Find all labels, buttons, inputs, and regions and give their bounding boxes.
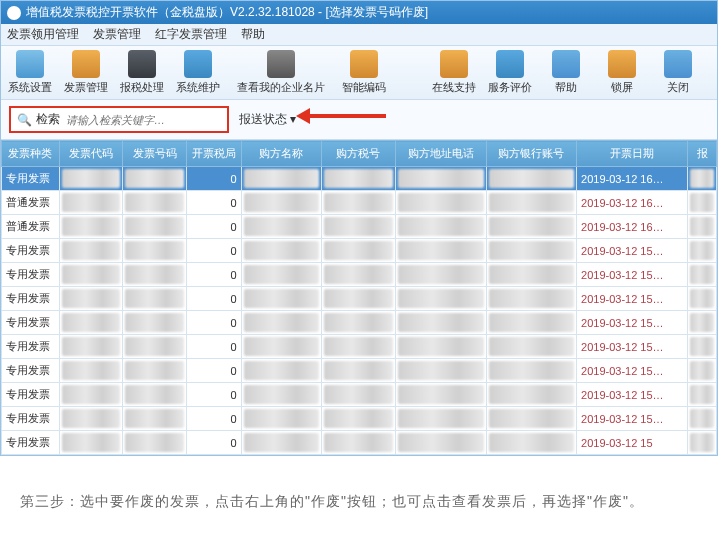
cell-redacted [123,263,187,287]
cell-redacted [486,359,577,383]
cell-type: 专用发票 [2,311,60,335]
cell-redacted [321,359,395,383]
toolbar-报税处理[interactable]: 报税处理 [119,50,165,95]
search-input[interactable] [66,114,196,126]
cell-redacted [241,431,321,455]
cell-redacted [395,407,486,431]
table-row[interactable]: 专用发票 0 2019-03-12 15… [2,383,717,407]
table-row[interactable]: 专用发票 0 2019-03-12 15 [2,431,717,455]
toolbar-系统设置[interactable]: 系统设置 [7,50,53,95]
invoice-table[interactable]: 发票种类发票代码发票号码开票税局购方名称购方税号购方地址电话购方银行账号开票日期… [1,140,717,455]
cell-redacted [241,383,321,407]
menu-发票管理[interactable]: 发票管理 [93,27,141,41]
cell-redacted [321,335,395,359]
annotation-arrow [296,108,386,124]
search-box[interactable]: 🔍 检索 [9,106,229,133]
cell-redacted [321,215,395,239]
cell-redacted [59,383,123,407]
cell-redacted [59,431,123,455]
cell-redacted [123,311,187,335]
cell-date: 2019-03-12 15… [577,311,688,335]
menu-红字发票管理[interactable]: 红字发票管理 [155,27,227,41]
report-status-label[interactable]: 报送状态 ▾ [239,111,296,128]
cell-redacted [688,407,717,431]
table-row[interactable]: 专用发票 0 2019-03-12 15… [2,239,717,263]
table-row[interactable]: 专用发票 0 2019-03-12 15… [2,311,717,335]
cell-date: 2019-03-12 15… [577,287,688,311]
toolbar-label: 锁屏 [611,80,633,95]
cell-tax: 0 [187,431,242,455]
file-icon [72,50,100,78]
cell-redacted [486,431,577,455]
col-开票税局[interactable]: 开票税局 [187,141,242,167]
cell-redacted [395,215,486,239]
cell-type: 专用发票 [2,359,60,383]
cell-type: 普通发票 [2,191,60,215]
cell-tax: 0 [187,239,242,263]
menu-帮助[interactable]: 帮助 [241,27,265,41]
search-bar: 🔍 检索 报送状态 ▾ [1,100,717,140]
col-购方地址电话[interactable]: 购方地址电话 [395,141,486,167]
cell-redacted [241,215,321,239]
toolbar-在线支持[interactable]: 在线支持 [431,50,477,95]
cell-type: 专用发票 [2,383,60,407]
cell-redacted [688,383,717,407]
mag-icon [267,50,295,78]
toolbar-智能编码[interactable]: 智能编码 [341,50,387,95]
table-row[interactable]: 普通发票 0 2019-03-12 16… [2,191,717,215]
toolbar-服务评价[interactable]: 服务评价 [487,50,533,95]
col-报[interactable]: 报 [688,141,717,167]
table-header-row: 发票种类发票代码发票号码开票税局购方名称购方税号购方地址电话购方银行账号开票日期… [2,141,717,167]
cell-redacted [395,167,486,191]
col-发票代码[interactable]: 发票代码 [59,141,123,167]
cell-redacted [59,239,123,263]
cell-date: 2019-03-12 16… [577,191,688,215]
cell-redacted [321,191,395,215]
col-开票日期[interactable]: 开票日期 [577,141,688,167]
col-发票号码[interactable]: 发票号码 [123,141,187,167]
cell-tax: 0 [187,359,242,383]
cell-date: 2019-03-12 16… [577,167,688,191]
cell-redacted [321,311,395,335]
toolbar-label: 报税处理 [120,80,164,95]
table-row[interactable]: 专用发票 0 2019-03-12 15… [2,287,717,311]
toolbar-系统维护[interactable]: 系统维护 [175,50,221,95]
table-row[interactable]: 专用发票 0 2019-03-12 15… [2,335,717,359]
col-购方名称[interactable]: 购方名称 [241,141,321,167]
cell-redacted [486,167,577,191]
toolbar-查看我的企业名片[interactable]: 查看我的企业名片 [231,50,331,95]
cell-tax: 0 [187,407,242,431]
col-发票种类[interactable]: 发票种类 [2,141,60,167]
toolbar-帮助[interactable]: 帮助 [543,50,589,95]
cell-redacted [395,311,486,335]
cell-redacted [486,239,577,263]
cell-redacted [486,215,577,239]
cell-redacted [59,335,123,359]
cell-type: 普通发票 [2,215,60,239]
cell-redacted [321,287,395,311]
help-icon [552,50,580,78]
toolbar-锁屏[interactable]: 锁屏 [599,50,645,95]
cell-redacted [395,359,486,383]
toolbar: 系统设置发票管理报税处理系统维护查看我的企业名片智能编码在线支持服务评价帮助锁屏… [1,46,717,100]
table-row[interactable]: 专用发票 0 2019-03-12 15… [2,359,717,383]
cell-redacted [59,359,123,383]
table-row[interactable]: 专用发票 0 2019-03-12 15… [2,407,717,431]
col-购方银行账号[interactable]: 购方银行账号 [486,141,577,167]
cell-redacted [241,407,321,431]
table-row[interactable]: 普通发票 0 2019-03-12 16… [2,215,717,239]
toolbar-发票管理[interactable]: 发票管理 [63,50,109,95]
toolbar-label: 系统维护 [176,80,220,95]
cell-redacted [123,431,187,455]
cell-redacted [59,263,123,287]
table-row[interactable]: 专用发票 0 2019-03-12 16… [2,167,717,191]
cell-redacted [321,239,395,263]
table-row[interactable]: 专用发票 0 2019-03-12 15… [2,263,717,287]
toolbar-关闭[interactable]: 关闭 [655,50,701,95]
cell-tax: 0 [187,287,242,311]
cell-redacted [123,287,187,311]
col-购方税号[interactable]: 购方税号 [321,141,395,167]
menu-发票领用管理[interactable]: 发票领用管理 [7,27,79,41]
cell-redacted [395,263,486,287]
cell-tax: 0 [187,191,242,215]
